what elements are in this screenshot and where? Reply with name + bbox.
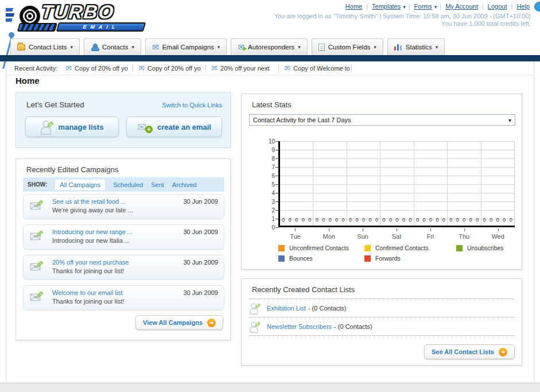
person-pencil-icon: ✎ [250,321,260,332]
tab-autoresponders[interactable]: ✉Autoresponders▾ [231,38,307,55]
tab-contacts[interactable]: Contacts▾ [84,38,141,55]
separator: | [440,3,441,10]
campaign-title-link[interactable]: 20% off your next purchase [52,259,129,266]
chart-value-label: 0 [375,218,378,223]
chart-value-label: 0 [302,218,305,223]
chart-value-label: 0 [295,218,298,223]
separator: | [366,3,368,10]
see-all-contact-lists-label: See All Contact Lists [432,348,494,355]
campaign-subtitle: We're giving away our late ... [52,207,133,214]
help-bubble-icon[interactable] [534,2,540,11]
top-nav-link-my-account[interactable]: My Account [445,3,478,10]
filter-scheduled[interactable]: Scheduled [113,181,143,188]
chart-day-group: 00000 [313,141,347,226]
campaign-title-link[interactable]: See us at the retail food ... [52,198,126,205]
y-axis-label: 4 [263,190,275,196]
tab-label: Contact Lists [29,44,67,51]
chevron-down-icon: ▾ [70,44,73,50]
page: TURBO EMAIL Home|Templates▾|Forms▾|My Ac… [0,0,540,392]
switch-quick-links-link[interactable]: Switch to Quick Links [162,102,222,108]
contact-list-link[interactable]: Exhibition List [267,305,306,312]
chart-value-label: 0 [422,218,425,223]
legend-swatch [456,245,463,251]
campaign-item[interactable]: ✉✎Introducing our new range ...Introduci… [23,224,224,250]
campaign-item[interactable]: ✉✎20% off your next purchaseThanks for j… [23,255,224,280]
contact-activity-chart: 00000000000000000000000000000000000 TueM… [263,141,516,244]
y-axis-tick [275,167,278,168]
content-frame-left [6,61,6,383]
top-nav-link-home[interactable]: Home [345,3,362,10]
recent-activity-item[interactable]: ✉Copy of 20% off yo [65,64,133,72]
legend-swatch [278,255,285,262]
top-nav-link-templates[interactable]: Templates [372,3,401,10]
login-status: You are logged in as "Timothy Smith" | S… [274,13,531,20]
chart-value-label: 0 [490,218,492,223]
stats-dropdown-value: Contact Activity for the Last 7 Days [253,117,508,123]
filter-all-campaigns[interactable]: All Campaigns [55,180,105,190]
contact-list-item[interactable]: ✎Newsletter Subscribers- (0 Contacts) [250,317,515,335]
filter-archived[interactable]: Archived [172,181,197,188]
get-started-panel: Let's Get Started Switch to Quick Links … [15,92,231,148]
credits-status: You have 1,000 total credits left. [441,20,531,27]
filter-sent[interactable]: Sent [151,181,164,188]
y-axis-tick [275,158,278,159]
chart-day-group: 00000 [347,141,380,226]
pencil-icon: ✎ [36,260,44,270]
contact-list-item[interactable]: ✎Exhibition List- (0 Contacts) [250,298,515,317]
tab-label: Contacts [102,44,128,51]
top-nav-link-logout[interactable]: Logout [488,3,507,10]
create-email-label: create an email [157,123,211,131]
tab-custom-fields[interactable]: Custom Fields▾ [312,38,383,55]
legend-item: Forwards [364,255,456,262]
get-started-title: Let's Get Started [26,100,84,109]
create-email-button[interactable]: ✉ + create an email [126,117,222,137]
contact-list-link[interactable]: Newsletter Subscribers [267,323,332,330]
chevron-down-icon: ▾ [434,4,437,10]
manage-lists-button[interactable]: ✎ manage lists [25,117,119,137]
pencil-icon: ✎ [36,290,44,300]
chart-plot: 00000000000000000000000000000000000 [278,141,515,227]
tab-contact-lists[interactable]: Contact Lists▾ [10,38,80,55]
legend-label: Bounces [289,255,313,262]
chart-value-label: 0 [409,218,411,223]
mail-arrow-icon: ✉ [238,43,244,51]
latest-stats-panel: Latest Stats Contact Activity for the La… [241,94,522,270]
campaign-subtitle: Introducing our new Italia ... [52,237,130,244]
campaign-title-link[interactable]: Introducing our new range ... [52,228,133,235]
tab-statistics[interactable]: Statistics▾ [387,38,445,55]
y-axis-label: 2 [263,207,275,214]
legend-swatch [364,255,371,262]
campaign-item[interactable]: ✉✎See us at the retail food ...We're giv… [23,194,224,219]
top-nav-link-forms[interactable]: Forms [414,3,432,10]
legend-label: Confirmed Contacts [375,244,429,251]
see-all-contact-lists-button[interactable]: See All Contact Lists ➜ [424,344,515,359]
campaigns-list: ✉✎See us at the retail food ...We're giv… [23,194,224,316]
y-axis-label: 8 [263,156,275,162]
stats-report-dropdown[interactable]: Contact Activity for the Last 7 Days ▾ [249,114,515,126]
campaign-item[interactable]: ✉✎Welcome to our email listThanks for jo… [23,285,224,311]
envelope-icon: ✉ [65,64,72,72]
legend-label: Unconfirmed Contacts [289,244,349,251]
legend-label: Forwards [375,255,401,262]
recent-activity-item[interactable]: ✉20% off your next [211,64,279,72]
page-footer [0,383,540,392]
recent-activity-item[interactable]: ✉Copy of 20% off yo [138,64,206,72]
tab-email-campaigns[interactable]: ✉Email Campaigns▾ [145,38,227,55]
campaigns-panel-title: Recently Edited Campaigns [26,165,118,174]
campaign-date: 30 Jun 2009 [183,289,218,296]
x-axis-label: Thu [447,233,481,240]
x-axis-label: Sun [346,233,380,240]
campaign-title-link[interactable]: Welcome to our email list [52,289,123,296]
recent-activity-item[interactable]: ✉Copy of Welcome to [284,64,352,72]
envelope-pencil-icon: ✉✎ [29,198,50,216]
contact-lists-panel-title: Recently Created Contact Lists [252,285,355,294]
campaign-subtitle: Thanks for joining our list! [52,298,124,305]
show-label: SHOW: [28,181,47,188]
view-all-campaigns-button[interactable]: View All Campaigns ➜ [135,315,223,330]
chevron-down-icon: ▾ [131,44,134,50]
chart-value-label: 0 [503,218,506,223]
chart-day-group: 00000 [481,141,515,226]
app-logo: TURBO EMAIL [5,1,162,36]
top-nav-link-help[interactable]: Help [516,3,530,10]
chart-value-label: 0 [402,218,405,223]
